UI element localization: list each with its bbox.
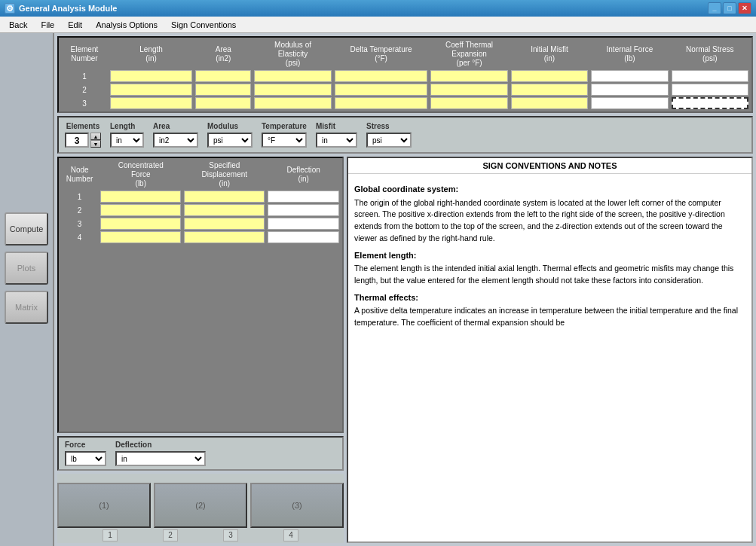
node-row-num: 3 (60, 217, 99, 230)
menu-file[interactable]: File (35, 19, 60, 31)
element-cell-modulus[interactable] (253, 96, 332, 110)
sign-panel-title: SIGN CONVENTIONS AND NOTES (348, 158, 751, 174)
stress-select[interactable]: psiksiPakPaMPaGPa (366, 133, 412, 148)
header-coeff-thermal: Coeff ThermalExpansion(per °F) (429, 39, 509, 69)
element-cell-coeff[interactable] (429, 69, 509, 83)
compute-button[interactable]: Compute (5, 212, 48, 246)
title-bar: ⚙ General Analysis Module _ □ ✕ (0, 0, 756, 17)
elements-label: Elements (66, 122, 99, 130)
element-cell-length[interactable] (109, 83, 194, 96)
element-table: ElementNumber Length(in) Area(in2) Modul… (60, 39, 750, 110)
force-select[interactable]: lbkipNkN (65, 451, 106, 466)
footer-nav: 1 2 3 4 (57, 528, 344, 543)
force-label: Force (65, 441, 106, 449)
footer-tab-3[interactable]: (3) (250, 483, 344, 528)
footer-tab-2[interactable]: (2) (154, 483, 247, 528)
element-cell-misfit[interactable] (510, 83, 589, 96)
footer-tab-1[interactable]: (1) (57, 483, 151, 528)
node-cell-displacement[interactable] (182, 230, 266, 244)
plots-button[interactable]: Plots (5, 252, 48, 285)
node-cell-deflection (266, 230, 341, 244)
node-cell-deflection (266, 190, 341, 203)
menu-back[interactable]: Back (3, 19, 33, 31)
close-button[interactable]: ✕ (738, 2, 751, 14)
element-cell-delta[interactable] (333, 69, 430, 83)
area-unit-group: Area in2ft2m2cm2mm2 (153, 122, 198, 148)
node-table-row: 4 (60, 230, 341, 244)
units-section: Elements 3 ▲ ▼ Length inftmcmmm Area (57, 116, 753, 154)
menu-edit[interactable]: Edit (62, 19, 88, 31)
minimize-button[interactable]: _ (708, 2, 721, 14)
section-text-0: The origin of the global right-handed co… (354, 197, 745, 245)
footer-nav-3[interactable]: 3 (223, 529, 238, 541)
temperature-select[interactable]: °F°CK (262, 133, 307, 148)
length-unit-group: Length inftmcmmm (110, 122, 144, 148)
menu-bar: Back File Edit Analysis Options Sign Con… (0, 17, 756, 33)
temperature-label: Temperature (262, 122, 307, 130)
elements-value: 3 (65, 133, 89, 148)
element-cell-delta[interactable] (333, 83, 430, 96)
node-table-row: 1 (60, 190, 341, 203)
footer-nav-1[interactable]: 1 (103, 529, 118, 541)
node-cell-displacement[interactable] (182, 203, 266, 217)
sign-panel-content[interactable]: Global coordinate system: The origin of … (348, 174, 751, 541)
element-cell-stress (670, 83, 750, 96)
area-label: Area (153, 122, 198, 130)
node-cell-displacement[interactable] (182, 190, 266, 203)
header-delta-temp: Delta Temperature(°F) (333, 39, 430, 69)
element-cell-coeff[interactable] (429, 83, 509, 96)
node-cell-displacement[interactable] (182, 217, 266, 230)
section-heading-1: Element length: (354, 249, 745, 262)
sign-conventions-panel: SIGN CONVENTIONS AND NOTES Global coordi… (347, 157, 753, 543)
element-cell-delta[interactable] (333, 96, 430, 110)
deflection-unit-group: Deflection inftmcmmm (115, 441, 206, 466)
element-cell-length[interactable] (109, 69, 194, 83)
node-row-num: 4 (60, 230, 99, 244)
element-table-row: 3 (60, 96, 750, 110)
section-text-1: The element length is the intended initi… (354, 263, 745, 287)
element-cell-modulus[interactable] (253, 83, 332, 96)
elements-spinner-row: 3 ▲ ▼ (65, 133, 101, 148)
header-specified-displacement: SpecifiedDisplacement(in) (182, 160, 266, 190)
spinner-down[interactable]: ▼ (90, 140, 101, 148)
node-cell-force[interactable] (99, 217, 182, 230)
menu-analysis-options[interactable]: Analysis Options (90, 19, 164, 31)
footer-nav-2[interactable]: 2 (163, 529, 178, 541)
bottom-units-section: Force lbkipNkN Deflection inftmcmmm (57, 436, 344, 471)
element-cell-misfit[interactable] (510, 69, 589, 83)
element-cell-length[interactable] (109, 96, 194, 110)
area-select[interactable]: in2ft2m2cm2mm2 (153, 133, 198, 148)
node-cell-force[interactable] (99, 190, 182, 203)
element-table-row: 1 (60, 69, 750, 83)
menu-sign-conventions[interactable]: Sign Conventions (165, 19, 242, 31)
modulus-select[interactable]: psiksiPakPaMPaGPa (207, 133, 253, 148)
matrix-button[interactable]: Matrix (5, 291, 48, 324)
footer-nav-4[interactable]: 4 (283, 529, 298, 541)
element-cell-area[interactable] (194, 83, 253, 96)
node-cell-deflection (266, 217, 341, 230)
element-row-num: 2 (60, 83, 109, 96)
element-cell-modulus[interactable] (253, 69, 332, 83)
element-cell-area[interactable] (194, 96, 253, 110)
bottom-section: NodeNumber ConcentratedForce(lb) Specifi… (57, 157, 753, 543)
element-row-num: 3 (60, 96, 109, 110)
maximize-button[interactable]: □ (723, 2, 736, 14)
element-cell-coeff[interactable] (429, 96, 509, 110)
element-cell-internal (589, 96, 669, 110)
element-cell-area[interactable] (194, 69, 253, 83)
footer-area: (1) (2) (3) 1 2 3 4 (57, 474, 344, 543)
node-cell-force[interactable] (99, 203, 182, 217)
deflection-select[interactable]: inftmcmmm (115, 451, 206, 466)
spinner-up[interactable]: ▲ (90, 133, 101, 140)
force-unit-group: Force lbkipNkN (65, 441, 106, 466)
window-title: General Analysis Module (19, 4, 117, 13)
header-area: Area(in2) (194, 39, 253, 69)
misfit-select[interactable]: inftmcmmm (316, 133, 357, 148)
node-cell-force[interactable] (99, 230, 182, 244)
element-table-row: 2 (60, 83, 750, 96)
element-row-num: 1 (60, 69, 109, 83)
length-select[interactable]: inftmcmmm (110, 133, 144, 148)
element-cell-misfit[interactable] (510, 96, 589, 110)
window-controls: _ □ ✕ (708, 2, 751, 14)
length-label: Length (110, 122, 144, 130)
